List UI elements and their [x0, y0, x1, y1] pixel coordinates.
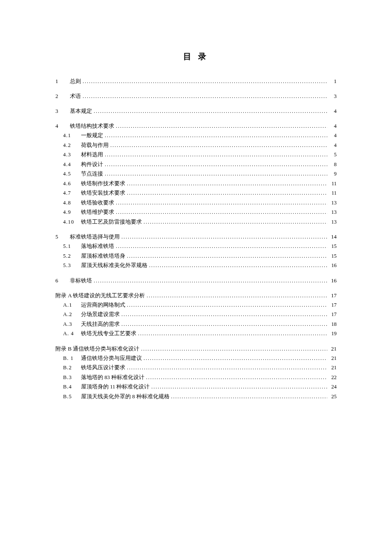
toc-leader-dots [144, 356, 327, 361]
toc-entry-number: A.3 [63, 322, 76, 327]
toc-entry: A.1运营商的网络制式17 [55, 302, 337, 308]
toc-entry-number: B. 1 [63, 356, 76, 361]
toc-entry-page: 4 [329, 133, 337, 138]
toc-entry-page: 24 [329, 384, 337, 390]
toc-entry-number: 2 [55, 93, 62, 99]
toc-leader-dots [121, 312, 327, 317]
toc-entry-number: A. 4 [63, 331, 76, 336]
toc-leader-dots [116, 210, 327, 215]
toc-leader-dots [149, 263, 327, 268]
toc-entry-text: 屋顶塔身的 11 种标准化设计 [81, 384, 150, 390]
toc-leader-dots [105, 171, 327, 177]
toc-entry: 4.9铁塔维护要求13 [55, 210, 337, 215]
toc-entry-number: 4.3 [63, 152, 76, 158]
toc-entry-text: 一般规定 [81, 133, 103, 138]
toc-entry-page: 17 [329, 302, 337, 308]
toc-leader-dots [147, 293, 327, 298]
toc-entry: 4.7铁塔安装技术要求11 [55, 190, 337, 196]
toc-entry-text: 铁塔无线专业工艺要求 [81, 331, 136, 336]
toc-entry-text: 落地塔的 83 种标准化设计 [81, 375, 144, 380]
toc-entry-number: 4.9 [63, 210, 76, 215]
toc-entry-text: 铁塔验收要求 [81, 200, 114, 206]
toc-entry-number: A.1 [63, 302, 76, 308]
toc-entry-page: 21 [329, 346, 337, 351]
toc-entry-text: 铁塔风压设计要求 [81, 365, 125, 371]
toc-entry-text: 天线挂高的需求 [81, 322, 120, 327]
toc-entry-number: 4.10 [63, 219, 76, 225]
toc-entry-page: 13 [329, 219, 337, 225]
toc-entry-page: 15 [329, 253, 337, 259]
toc-entry-number: 4.1 [63, 133, 76, 138]
toc-entry: 6非标铁塔16 [55, 278, 337, 283]
toc-leader-dots [146, 375, 327, 380]
toc-entry: 5标准铁塔选择与使用14 [55, 234, 337, 239]
toc-entry-text: 通信铁塔分类与应用建议 [81, 356, 142, 361]
toc-entry-page: 16 [329, 278, 337, 283]
toc-entry: 5.1落地标准铁塔15 [55, 244, 337, 249]
toc-entry-text: 铁塔安装技术要求 [81, 190, 125, 196]
toc-entry-page: 4 [329, 108, 337, 114]
toc-entry-page: 3 [329, 93, 337, 99]
toc-entry-text: 材料选用 [81, 152, 103, 158]
toc-entry-text: 标准铁塔选择与使用 [70, 234, 120, 239]
toc-entry-number: 5.1 [63, 244, 76, 249]
toc-entry-page: 17 [329, 293, 337, 298]
toc-entry-text: 铁塔结构技术要求 [70, 123, 114, 129]
toc-entry: 4.3材料选用5 [55, 152, 337, 158]
toc-entry-page: 21 [329, 356, 337, 361]
toc-entry-number: B.3 [63, 375, 76, 380]
toc-entry: B. 1通信铁塔分类与应用建议21 [55, 356, 337, 361]
toc-entry: A.2分场景建设需求17 [55, 312, 337, 317]
toc-leader-dots [105, 152, 327, 158]
toc-leader-dots [116, 123, 327, 129]
toc-entry-number: B.4 [63, 384, 76, 390]
toc-leader-dots [105, 162, 327, 167]
toc-entry-page: 4 [329, 143, 337, 148]
toc-entry-page: 22 [329, 375, 337, 380]
toc-entry-text: 附录 B 通信铁塔分类与标准化设计 [55, 346, 139, 351]
toc-entry-text: 屋顶天线美化外罩的 8 种标准化规格 [81, 394, 170, 400]
toc-entry-text: 附录 A 铁塔建设的无线工艺要求分析 [55, 293, 145, 298]
toc-entry: B.2铁塔风压设计要求21 [55, 365, 337, 371]
toc-entry-text: 术语 [70, 93, 81, 99]
toc-leader-dots [116, 244, 327, 249]
toc-entry: B.3落地塔的 83 种标准化设计22 [55, 375, 337, 380]
toc-entry-number: 5.2 [63, 253, 76, 259]
toc-entry-number: 4.6 [63, 181, 76, 187]
toc-leader-dots [94, 108, 327, 114]
toc-leader-dots [141, 346, 327, 351]
toc-entry-number: B.5 [63, 394, 76, 400]
toc-entry-text: 非标铁塔 [70, 278, 92, 283]
toc-entry: 5.2屋顶标准铁塔塔身15 [55, 253, 337, 259]
toc-entry-page: 13 [329, 210, 337, 215]
toc-leader-dots [171, 394, 328, 400]
toc-entry: 4.6铁塔制作技术要求11 [55, 181, 337, 187]
toc-leader-dots [144, 219, 327, 225]
toc-entry: 附录 B 通信铁塔分类与标准化设计21 [55, 346, 337, 351]
toc-leader-dots [121, 234, 327, 239]
toc-entry: 4.10铁塔工艺及防雷接地要求13 [55, 219, 337, 225]
toc-leader-dots [127, 253, 327, 259]
toc-leader-dots [121, 322, 327, 327]
toc-leader-dots [83, 93, 327, 99]
toc-entry: 5.3屋顶天线标准美化外罩规格16 [55, 263, 337, 268]
toc-entry-text: 运营商的网络制式 [81, 302, 125, 308]
toc-entry: 4.1一般规定4 [55, 133, 337, 138]
toc-entry-text: 荷载与作用 [81, 143, 109, 148]
toc-entry-number: 3 [55, 108, 62, 114]
toc-entry-text: 总则 [70, 78, 81, 84]
toc-entry-number: 4.4 [63, 162, 76, 167]
toc-entry-text: 节点连接 [81, 171, 103, 177]
toc-entry-text: 铁塔维护要求 [81, 210, 114, 215]
toc-entry-page: 11 [329, 181, 337, 187]
toc-entry-text: 铁塔制作技术要求 [81, 181, 125, 187]
toc-entry-page: 5 [329, 152, 337, 158]
toc-entry-text: 构件设计 [81, 162, 103, 167]
toc-entry-page: 18 [329, 322, 337, 327]
toc-entry-page: 16 [329, 263, 337, 268]
toc-entry: 3基本规定4 [55, 108, 337, 114]
toc-entry-page: 9 [329, 171, 337, 177]
toc-entry-page: 15 [329, 244, 337, 249]
toc-entry-text: 屋顶天线标准美化外罩规格 [81, 263, 147, 268]
toc-entry-number: 1 [55, 78, 62, 84]
